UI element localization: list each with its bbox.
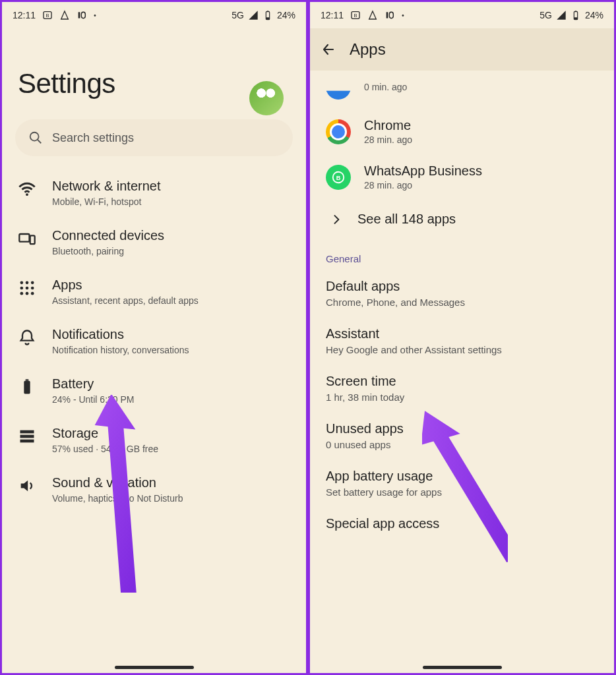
row-sub: 24% - Until 6:30 PM <box>52 394 135 405</box>
status-icon-id <box>77 10 87 20</box>
settings-item-devices[interactable]: Connected devicesBluetooth, pairing <box>2 218 306 267</box>
settings-item-network[interactable]: Network & internetMobile, Wi-Fi, hotspot <box>2 168 306 218</box>
row-sub: 0 min. ago <box>364 82 407 92</box>
status-icon-axis <box>367 10 378 20</box>
signal-icon <box>248 10 259 20</box>
row-title: Assistant <box>326 326 598 341</box>
svg-point-15 <box>20 287 24 290</box>
status-network: 5G <box>539 10 552 20</box>
svg-point-18 <box>20 292 24 295</box>
svg-rect-28 <box>386 12 388 18</box>
battery-icon <box>570 10 581 20</box>
recent-app-whatsapp[interactable]: B WhatsApp Business28 min. ago <box>310 154 614 200</box>
row-sub: Set battery usage for apps <box>326 486 598 498</box>
status-icon-b: B <box>42 10 53 20</box>
general-screen-time[interactable]: Screen time 1 hr, 38 min today <box>310 365 614 412</box>
settings-item-notifications[interactable]: NotificationsNotification history, conve… <box>2 316 306 366</box>
volume-icon <box>18 477 36 495</box>
apps-screen: 12:11 B • 5G 24% Apps 0 min. ago Chrome2… <box>306 2 614 673</box>
general-app-battery[interactable]: App battery usage Set battery usage for … <box>310 459 614 507</box>
general-unused-apps[interactable]: Unused apps 0 unused apps <box>310 412 614 459</box>
row-title: App battery usage <box>326 469 598 484</box>
svg-rect-2 <box>78 12 80 18</box>
row-title: Chrome <box>364 118 412 133</box>
status-icon-b: B <box>350 10 361 20</box>
row-sub: Notification history, conversations <box>52 345 189 355</box>
see-all-label: See all 148 apps <box>357 212 456 227</box>
settings-item-battery[interactable]: Battery24% - Until 6:30 PM <box>2 366 306 415</box>
back-icon[interactable] <box>321 42 336 57</box>
svg-rect-11 <box>30 235 35 244</box>
svg-point-17 <box>31 287 34 290</box>
svg-text:B: B <box>354 13 357 18</box>
status-icon-id <box>385 10 395 20</box>
chevron-right-icon <box>330 213 343 226</box>
svg-point-13 <box>26 281 29 285</box>
search-placeholder: Search settings <box>52 131 134 145</box>
status-time: 12:11 <box>13 10 36 20</box>
row-sub: 28 min. ago <box>364 180 482 191</box>
profile-avatar[interactable] <box>249 81 284 115</box>
search-settings[interactable]: Search settings <box>15 119 293 156</box>
svg-point-14 <box>31 281 34 285</box>
svg-point-9 <box>26 193 28 196</box>
top-app-bar: Apps <box>310 28 614 71</box>
settings-screen: 12:11 B • 5G 24% Settings Search setting… <box>2 2 306 673</box>
general-default-apps[interactable]: Default apps Chrome, Phone, and Messages <box>310 270 614 317</box>
nav-pill[interactable] <box>423 666 502 669</box>
general-special-access[interactable]: Special app access <box>310 507 614 541</box>
row-sub: Assistant, recent apps, default apps <box>52 295 199 306</box>
storage-icon <box>18 427 36 446</box>
settings-item-sound[interactable]: Sound & vibrationVolume, haptics, Do Not… <box>2 465 306 514</box>
devices-icon <box>18 229 36 248</box>
row-sub: 1 hr, 38 min today <box>326 392 598 403</box>
svg-rect-24 <box>20 435 34 438</box>
row-sub: 0 unused apps <box>326 439 598 450</box>
row-title: Default apps <box>326 279 598 294</box>
svg-rect-10 <box>19 234 29 242</box>
app-icon <box>326 74 351 100</box>
status-network: 5G <box>231 10 244 20</box>
svg-rect-25 <box>20 440 34 443</box>
svg-point-16 <box>26 287 29 290</box>
see-all-apps[interactable]: See all 148 apps <box>310 200 614 239</box>
svg-rect-23 <box>20 430 34 434</box>
status-bar: 12:11 B • 5G 24% <box>2 2 306 28</box>
status-time: 12:11 <box>321 10 344 20</box>
row-title: Unused apps <box>326 421 598 436</box>
status-battery: 24% <box>277 10 295 20</box>
svg-point-19 <box>26 292 29 295</box>
recent-app-chrome[interactable]: Chrome28 min. ago <box>310 109 614 154</box>
svg-rect-5 <box>267 11 269 11</box>
search-icon <box>28 131 43 145</box>
row-title: Screen time <box>326 374 598 389</box>
svg-text:B: B <box>336 174 341 181</box>
row-title: Connected devices <box>52 228 164 243</box>
settings-item-apps[interactable]: AppsAssistant, recent apps, default apps <box>2 267 306 316</box>
svg-rect-22 <box>26 379 29 380</box>
row-sub: Hey Google and other Assistant settings <box>326 344 598 355</box>
row-title: WhatsApp Business <box>364 163 482 179</box>
svg-rect-31 <box>575 11 577 11</box>
nav-pill[interactable] <box>115 666 194 669</box>
row-sub: 28 min. ago <box>364 134 412 145</box>
section-general-label: General <box>310 239 614 270</box>
settings-item-storage[interactable]: Storage57% used · 54.72 GB free <box>2 415 306 465</box>
signal-icon <box>556 10 567 20</box>
svg-rect-3 <box>81 12 85 18</box>
general-assistant[interactable]: Assistant Hey Google and other Assistant… <box>310 317 614 365</box>
row-title: Sound & vibration <box>52 475 183 490</box>
status-dot-icon: • <box>402 11 404 19</box>
apps-icon <box>18 279 36 297</box>
svg-point-7 <box>30 132 39 141</box>
whatsapp-icon: B <box>326 165 351 190</box>
row-sub: Volume, haptics, Do Not Disturb <box>52 493 183 504</box>
row-title: Notifications <box>52 327 189 342</box>
recent-app-partial[interactable]: 0 min. ago <box>310 71 614 109</box>
row-sub: Chrome, Phone, and Messages <box>326 297 598 308</box>
row-title: Special app access <box>326 516 598 531</box>
svg-point-20 <box>31 292 34 295</box>
svg-rect-6 <box>266 17 269 19</box>
page-title: Apps <box>350 40 386 59</box>
row-sub: Bluetooth, pairing <box>52 246 164 256</box>
